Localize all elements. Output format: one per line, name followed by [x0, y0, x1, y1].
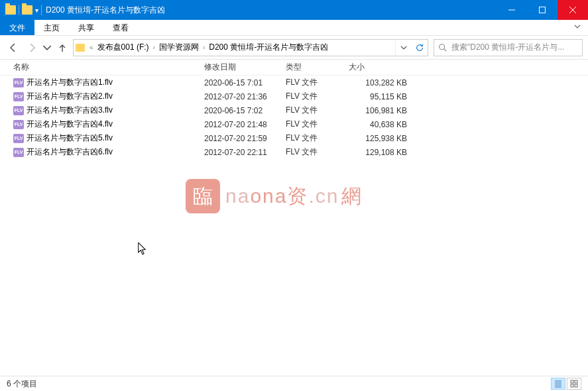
column-header-size[interactable]: 大小 — [345, 62, 411, 73]
cursor-icon — [137, 243, 148, 258]
file-type: FLV 文件 — [282, 91, 345, 102]
statusbar: 6 个项目 — [0, 376, 588, 391]
column-header-type[interactable]: 类型 — [282, 62, 345, 73]
file-size: 129,108 KB — [345, 148, 411, 157]
tab-home[interactable]: 主页 — [34, 20, 69, 35]
svg-point-4 — [440, 44, 445, 49]
status-count: 6 个项目 — [7, 378, 37, 390]
chevron-right-icon[interactable]: › — [200, 44, 207, 51]
file-size: 40,638 KB — [345, 120, 411, 129]
quick-access-toolbar: ▾ — [0, 5, 42, 15]
file-row[interactable]: FLV开运名片与数字吉凶4.flv2012-07-20 21:48FLV 文件4… — [0, 117, 588, 131]
file-row[interactable]: FLV开运名片与数字吉凶5.flv2012-07-20 21:59FLV 文件1… — [0, 131, 588, 145]
folder-icon — [74, 44, 87, 52]
qat-icon[interactable] — [22, 5, 32, 15]
file-type: FLV 文件 — [282, 146, 345, 158]
svg-rect-13 — [575, 384, 577, 387]
minimize-button[interactable] — [497, 0, 527, 20]
file-row[interactable]: FLV开运名片与数字吉凶2.flv2012-07-20 21:36FLV 文件9… — [0, 89, 588, 103]
close-button[interactable] — [558, 0, 588, 20]
file-size: 103,282 KB — [345, 78, 411, 87]
address-dropdown-icon[interactable] — [396, 40, 412, 56]
file-size: 106,981 KB — [345, 106, 411, 115]
window-title: D200 黄恒堉-开运名片与数字吉凶 — [46, 5, 165, 16]
ribbon-expand-icon[interactable] — [567, 20, 588, 35]
file-date: 2012-07-20 21:48 — [200, 120, 282, 129]
titlebar: ▾ D200 黄恒堉-开运名片与数字吉凶 — [0, 0, 588, 20]
view-mode-buttons — [551, 378, 581, 390]
file-date: 2020-06-15 7:02 — [200, 106, 282, 115]
details-view-button[interactable] — [551, 378, 565, 390]
svg-rect-1 — [540, 7, 546, 13]
app-icon[interactable] — [5, 5, 16, 15]
file-size: 125,938 KB — [345, 134, 411, 143]
tab-share[interactable]: 共享 — [69, 20, 103, 35]
window-controls — [497, 0, 588, 20]
svg-rect-10 — [571, 380, 573, 383]
column-header-date[interactable]: 修改日期 — [200, 62, 282, 73]
forward-button[interactable] — [24, 40, 40, 56]
up-button[interactable] — [54, 40, 70, 56]
recent-dropdown-icon[interactable] — [42, 40, 52, 56]
flv-icon: FLV — [13, 78, 24, 87]
file-name: 开运名片与数字吉凶6.flv — [27, 146, 113, 158]
breadcrumb-item[interactable]: 发布盘001 (F:) — [96, 42, 150, 53]
thumbnails-view-button[interactable] — [567, 378, 581, 390]
flv-icon: FLV — [13, 134, 24, 143]
refresh-button[interactable] — [412, 40, 428, 56]
chevron-right-icon[interactable]: › — [150, 44, 158, 51]
svg-rect-12 — [571, 384, 573, 387]
flv-icon: FLV — [13, 120, 24, 129]
file-name: 开运名片与数字吉凶1.flv — [27, 77, 113, 88]
file-size: 95,115 KB — [345, 92, 411, 101]
breadcrumb-item[interactable]: D200 黄恒堉-开运名片与数字吉凶 — [207, 42, 329, 53]
file-name: 开运名片与数字吉凶4.flv — [27, 119, 113, 130]
search-placeholder: 搜索"D200 黄恒堉-开运名片与... — [451, 42, 564, 53]
watermark-text: naona资.cn網 — [225, 183, 363, 210]
flv-icon: FLV — [13, 148, 24, 157]
file-date: 2012-07-20 21:36 — [200, 92, 282, 101]
file-row[interactable]: FLV开运名片与数字吉凶6.flv2012-07-20 22:11FLV 文件1… — [0, 145, 588, 159]
svg-rect-11 — [575, 380, 577, 383]
file-type: FLV 文件 — [282, 133, 345, 144]
svg-line-5 — [444, 48, 447, 51]
file-type: FLV 文件 — [282, 119, 345, 130]
separator — [19, 5, 19, 15]
file-date: 2012-07-20 22:11 — [200, 148, 282, 157]
tab-view[interactable]: 查看 — [103, 20, 138, 35]
file-list-view: 名称 修改日期 类型 大小 FLV开运名片与数字吉凶1.flv2020-06-1… — [0, 60, 588, 376]
file-date: 2020-06-15 7:01 — [200, 78, 282, 87]
column-header-name[interactable]: 名称 — [9, 62, 200, 73]
ribbon-tabs: 文件 主页 共享 查看 — [0, 20, 588, 36]
maximize-button[interactable] — [527, 0, 558, 20]
file-name: 开运名片与数字吉凶3.flv — [27, 105, 113, 116]
flv-icon: FLV — [13, 92, 24, 101]
file-name: 开运名片与数字吉凶5.flv — [27, 133, 113, 144]
qat-dropdown-icon[interactable]: ▾ — [35, 7, 38, 14]
file-date: 2012-07-20 21:59 — [200, 134, 282, 143]
search-icon — [438, 43, 447, 52]
tab-file[interactable]: 文件 — [0, 20, 34, 35]
separator — [41, 5, 42, 15]
file-row[interactable]: FLV开运名片与数字吉凶3.flv2020-06-15 7:02FLV 文件10… — [0, 103, 588, 117]
file-row[interactable]: FLV开运名片与数字吉凶1.flv2020-06-15 7:01FLV 文件10… — [0, 76, 588, 89]
watermark: 臨 naona资.cn網 — [186, 179, 363, 213]
address-bar[interactable]: « 发布盘001 (F:) › 国学资源网 › D200 黄恒堉-开运名片与数字… — [73, 39, 428, 56]
file-name: 开运名片与数字吉凶2.flv — [27, 91, 113, 102]
navigation-bar: « 发布盘001 (F:) › 国学资源网 › D200 黄恒堉-开运名片与数字… — [0, 36, 588, 60]
file-type: FLV 文件 — [282, 77, 345, 88]
back-button[interactable] — [5, 40, 21, 56]
column-headers: 名称 修改日期 类型 大小 — [0, 60, 588, 76]
breadcrumb-prefix[interactable]: « — [87, 44, 96, 51]
file-type: FLV 文件 — [282, 105, 345, 116]
search-input[interactable]: 搜索"D200 黄恒堉-开运名片与... — [434, 39, 583, 56]
watermark-seal: 臨 — [186, 179, 220, 213]
flv-icon: FLV — [13, 106, 24, 115]
breadcrumb: « 发布盘001 (F:) › 国学资源网 › D200 黄恒堉-开运名片与数字… — [87, 42, 395, 53]
breadcrumb-item[interactable]: 国学资源网 — [158, 42, 200, 53]
